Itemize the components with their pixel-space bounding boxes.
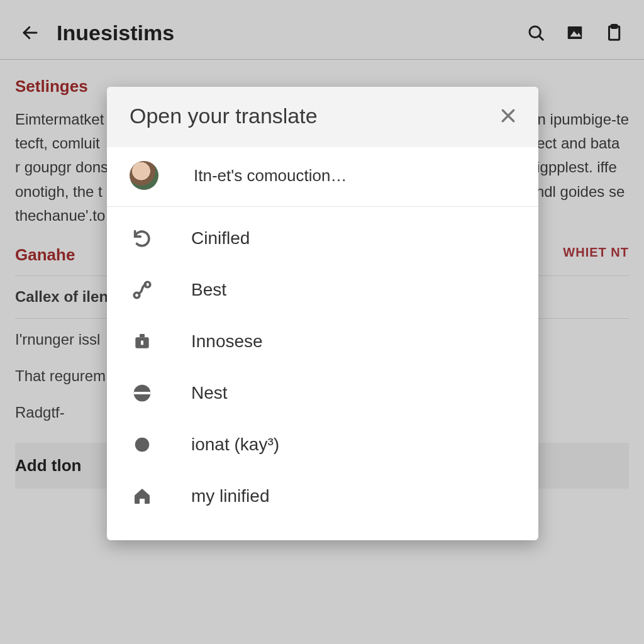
split-icon [130,380,155,406]
case-icon [130,329,155,354]
svg-point-16 [135,438,150,452]
close-icon [499,106,518,125]
close-button[interactable] [496,103,521,128]
option-nest[interactable]: Nest [130,380,516,406]
modal-header: Open your translate [107,87,538,147]
option-label: ionat (kay³) [191,435,279,455]
svg-rect-12 [140,334,145,337]
option-innosese[interactable]: Innosese [130,329,516,354]
option-label: Nest [191,383,228,403]
svg-rect-13 [141,341,143,345]
option-best[interactable]: Best [130,277,516,303]
option-label: Innosese [191,331,263,352]
account-row[interactable]: Itn-et's comouction… [107,147,538,207]
undo-icon [130,226,155,251]
option-mylinified[interactable]: my linified [130,484,516,509]
translate-modal: Open your translate Itn-et's comouction…… [107,87,538,540]
option-ionat[interactable]: ionat (kay³) [130,432,516,457]
option-label: Cinifled [191,228,250,248]
home-icon [130,484,155,509]
option-label: my linified [191,486,269,506]
dot-icon [130,432,155,457]
modal-title: Open your translate [130,104,318,128]
route-icon [130,277,155,303]
account-text: Itn-et's comouction… [194,166,347,186]
option-cinifled[interactable]: Cinifled [130,226,516,251]
options-list: Cinifled Best Innosese Nest ionat (kay³) [107,207,538,540]
avatar [130,161,158,190]
option-label: Best [191,280,226,300]
svg-rect-15 [134,392,151,394]
